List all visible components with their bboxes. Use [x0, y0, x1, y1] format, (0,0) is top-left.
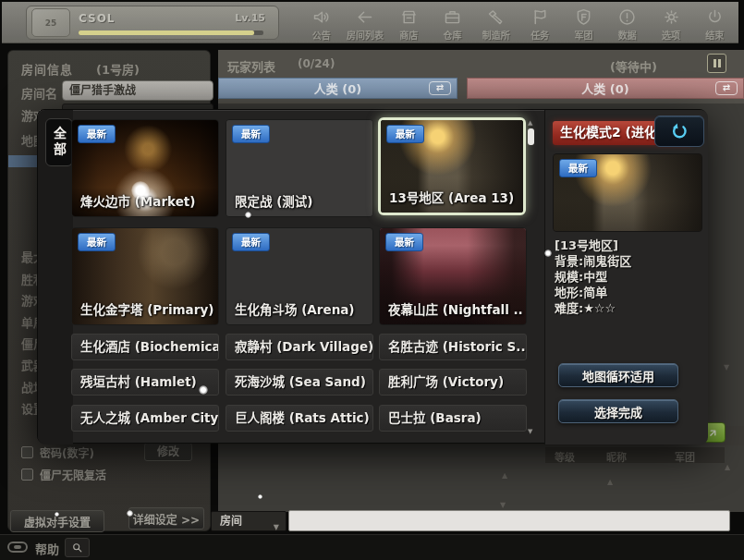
team-blue-header[interactable]: 人类 (0) ⇄ — [218, 78, 457, 99]
mission-flag-icon — [531, 7, 550, 27]
nav-announcement[interactable]: 公告 — [299, 5, 343, 43]
nav-stats[interactable]: 数据 — [605, 5, 649, 43]
map-row-hamlet[interactable]: 残垣古村 (Hamlet) — [71, 369, 219, 396]
chat-input[interactable] — [288, 510, 730, 531]
map-row-dark-village[interactable]: 寂静村 (Dark Village) — [226, 334, 373, 360]
scroll-down-arrow[interactable]: ▼ — [528, 428, 532, 435]
map-card-primary[interactable]: 最新 生化金字塔 (Primary) — [71, 227, 219, 325]
map-name: 限定战 (测试) — [235, 191, 313, 210]
shop-icon — [399, 7, 419, 27]
team-swap-icon[interactable]: ⇄ — [429, 81, 451, 95]
password-label: 密码(数字) — [40, 444, 94, 460]
scroll-up-arrow[interactable]: ▲ — [725, 463, 730, 471]
scroll-up-arrow[interactable]: ▲ — [607, 478, 613, 486]
map-cycle-apply-button[interactable]: 地图循环适用 — [558, 363, 678, 387]
help-key-icon — [7, 542, 28, 553]
player-profile-plate[interactable]: 25 CSOL Lv.15 — [26, 6, 279, 40]
new-badge: 最新 — [559, 159, 597, 177]
nav-storage[interactable]: 仓库 — [431, 5, 474, 43]
scroll-up-arrow[interactable]: ▲ — [502, 471, 507, 480]
new-badge: 最新 — [386, 125, 424, 143]
password-modify-button[interactable]: 修改 — [144, 443, 192, 461]
detail-settings-button[interactable]: 详细设定 >> — [128, 507, 204, 530]
search-button[interactable] — [65, 538, 90, 557]
refresh-button[interactable] — [654, 116, 704, 147]
map-select-dialog: 全部 × 最新 烽火边市 (Market) 最新 限定战 (测试) 最新 13号… — [37, 109, 707, 444]
sparkle-particle — [258, 494, 262, 499]
back-arrow-icon — [355, 7, 374, 27]
map-row-historic-sites[interactable]: 名胜古迹 (Historic S.. — [379, 334, 527, 360]
team-red-header[interactable]: 人类 (0) ⇄ — [467, 78, 744, 99]
new-badge: 最新 — [232, 233, 270, 251]
nav-options[interactable]: 选项 — [649, 5, 692, 43]
detail-difficulty: 难度:★☆☆ — [555, 300, 702, 316]
map-row-basra[interactable]: 巴士拉 (Basra) — [379, 405, 527, 432]
chat-channel-dropdown[interactable]: 房间 ▼ — [211, 511, 287, 531]
player-count: (0/24) — [298, 57, 335, 70]
map-details: [13号地区] 背景:闹鬼街区 规模:中型 地形:简单 难度:★☆☆ — [555, 237, 702, 316]
sparkle-particle — [245, 212, 251, 218]
nav-clan[interactable]: 军团 — [562, 5, 605, 43]
map-row-victory[interactable]: 胜利广场 (Victory) — [379, 369, 527, 396]
clan-shield-icon — [574, 7, 593, 27]
map-card-market[interactable]: 最新 烽火边市 (Market) — [71, 119, 219, 217]
tab-all-maps[interactable]: 全部 — [45, 118, 73, 166]
map-name: 生化角斗场 (Arena) — [235, 299, 355, 318]
scrollbar-thumb[interactable] — [528, 128, 534, 145]
map-card-area13-selected[interactable]: 最新 13号地区 (Area 13) — [378, 117, 526, 215]
craft-hammer-icon — [486, 7, 506, 27]
detail-map-name: [13号地区] — [555, 237, 702, 253]
team-blue-label: 人类 (0) — [314, 79, 361, 97]
player-level: Lv.15 — [235, 12, 265, 24]
selection-complete-button[interactable]: 选择完成 — [558, 399, 678, 423]
new-badge: 最新 — [78, 233, 116, 251]
nav-exit[interactable]: 结束 — [693, 5, 737, 43]
rank-emblem-number: 25 — [45, 18, 57, 28]
stats-info-icon — [617, 7, 637, 27]
nav-room-list[interactable]: 房间列表 — [343, 5, 386, 43]
map-row-amber-city[interactable]: 无人之城 (Amber City) — [71, 405, 219, 432]
nav-label: 房间列表 — [347, 28, 384, 42]
nav-missions[interactable]: 任务 — [518, 5, 561, 43]
scroll-down-arrow[interactable]: ▼ — [724, 363, 729, 371]
announcement-speaker-icon — [311, 7, 331, 27]
map-card-limited-test[interactable]: 最新 限定战 (测试) — [226, 119, 373, 217]
team-swap-icon[interactable]: ⇄ — [715, 81, 738, 95]
nav-label: 军团 — [574, 28, 592, 42]
map-card-nightfall[interactable]: 最新 夜幕山庄 (Nightfall .. — [379, 227, 527, 325]
sparkle-particle — [131, 181, 150, 200]
new-badge: 最新 — [78, 125, 116, 143]
map-row-biochemical-hotel[interactable]: 生化酒店 (Biochemica.. — [71, 334, 219, 360]
game-screen: 25 CSOL Lv.15 公告 房间列表 商店 — [0, 0, 744, 560]
top-nav-menu: 公告 房间列表 商店 仓库 制造所 — [299, 5, 737, 43]
nav-label: 仓库 — [444, 28, 462, 42]
scroll-down-arrow[interactable]: ▼ — [500, 501, 506, 509]
zombie-respawn-checkbox-row: 僵尸无限复活 — [21, 467, 106, 482]
room-info-title: 房间信息 — [21, 60, 73, 78]
map-name: 13号地区 (Area 13) — [389, 188, 514, 206]
player-name: CSOL — [79, 12, 116, 25]
top-navigation-bar: 25 CSOL Lv.15 公告 房间列表 商店 — [2, 2, 738, 43]
detail-terrain: 地形:简单 — [555, 285, 702, 300]
pause-icon[interactable] — [707, 54, 726, 73]
password-checkbox-row: 密码(数字) — [21, 444, 94, 460]
zombie-respawn-label: 僵尸无限复活 — [40, 467, 106, 482]
sparkle-particle — [199, 385, 208, 395]
room-number: (1号房) — [96, 60, 140, 78]
exit-power-icon — [705, 7, 725, 27]
map-list-scrollbar[interactable]: ▲ ▼ — [527, 119, 536, 435]
nav-craft[interactable]: 制造所 — [474, 5, 518, 43]
selected-map-preview: 最新 — [553, 153, 702, 232]
player-list-title: 玩家列表 — [227, 57, 275, 75]
sparkle-particle — [544, 250, 552, 257]
scroll-up-arrow[interactable]: ▲ — [528, 119, 532, 127]
nav-shop[interactable]: 商店 — [387, 5, 431, 43]
room-name-input[interactable]: 僵尸猎手激战 — [62, 80, 213, 101]
map-card-arena[interactable]: 最新 生化角斗场 (Arena) — [226, 227, 373, 325]
zombie-respawn-checkbox[interactable] — [21, 469, 33, 481]
chat-channel-value: 房间 — [220, 515, 242, 528]
nav-label: 任务 — [531, 28, 549, 42]
map-row-sea-sand[interactable]: 死海沙城 (Sea Sand) — [226, 369, 373, 396]
password-checkbox[interactable] — [21, 446, 33, 458]
map-row-rats-attic[interactable]: 巨人阁楼 (Rats Attic) — [226, 405, 373, 432]
